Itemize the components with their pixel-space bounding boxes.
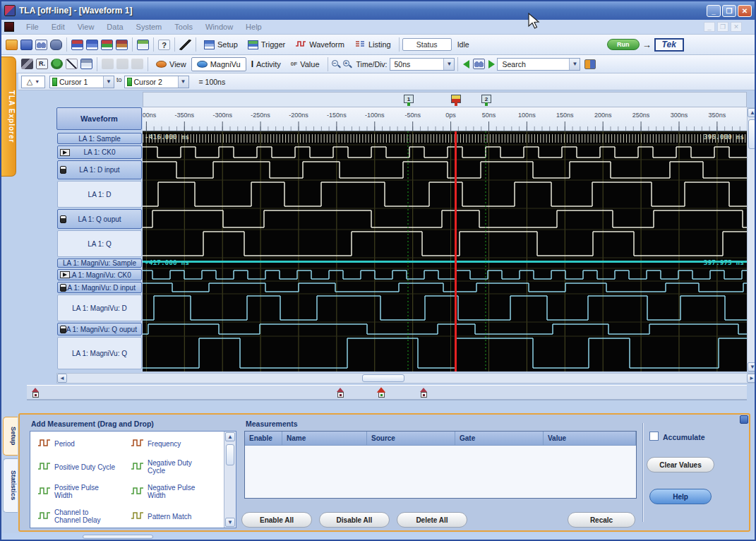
- angle-measure-icon[interactable]: [66, 59, 78, 69]
- search-combo[interactable]: Search ▼: [497, 58, 580, 71]
- menu-tools[interactable]: Tools: [168, 21, 199, 32]
- menu-system[interactable]: System: [130, 21, 169, 32]
- list-scroll-thumb[interactable]: [226, 444, 234, 465]
- split-view-icon[interactable]: [21, 59, 33, 69]
- document-icon[interactable]: [4, 22, 14, 32]
- new-system-icon[interactable]: [6, 40, 18, 50]
- measurement-item-positive-duty-cycle[interactable]: Positive Duty Cycle: [37, 459, 131, 475]
- minimize-button[interactable]: _: [707, 5, 721, 17]
- enable-all-button[interactable]: Enable All: [241, 512, 312, 528]
- list-scroll-up-icon[interactable]: ▲: [225, 432, 235, 441]
- menu-window[interactable]: Window: [199, 21, 239, 32]
- clear-values-button[interactable]: Clear Values: [647, 457, 714, 472]
- search-next-icon[interactable]: [488, 60, 495, 69]
- marker-flag-icon[interactable]: [31, 388, 40, 398]
- mdi-minimize-button[interactable]: _: [704, 22, 715, 32]
- mdi-restore-button[interactable]: ❐: [717, 22, 728, 32]
- scroll-up-icon[interactable]: ▲: [748, 108, 756, 117]
- value-button[interactable]: 0F Value: [286, 58, 325, 71]
- menu-help[interactable]: Help: [239, 21, 268, 32]
- waveform-window-icon[interactable]: [101, 40, 113, 50]
- horizontal-scrollbar[interactable]: ◄ ►: [56, 373, 756, 384]
- column-header-name[interactable]: Name: [282, 432, 367, 445]
- paste-icon[interactable]: [131, 59, 143, 69]
- listing-window-icon[interactable]: [116, 40, 128, 50]
- trigger-button[interactable]: Trigger: [243, 38, 290, 52]
- setup-window-icon[interactable]: [71, 40, 83, 50]
- tools-hammer-icon[interactable]: [179, 40, 191, 50]
- panel-pin-icon[interactable]: [740, 415, 748, 424]
- measurement-item-frequency[interactable]: Frequency: [131, 437, 224, 450]
- status-button[interactable]: Status: [402, 38, 452, 51]
- measurement-item-negative-duty-cycle[interactable]: Negative Duty Cycle: [131, 459, 224, 475]
- cursor-marker-1[interactable]: 1: [404, 95, 414, 103]
- listing-button[interactable]: Listing: [349, 37, 396, 52]
- scroll-right-icon[interactable]: ►: [747, 374, 756, 383]
- waveform-column-header[interactable]: Waveform: [56, 107, 142, 130]
- help-pointer-icon[interactable]: ?: [158, 40, 170, 50]
- new-datawindow-icon[interactable]: [137, 40, 149, 50]
- marker-flag-icon[interactable]: [336, 388, 344, 398]
- add-measurement-list[interactable]: PeriodFrequencyPositive Duty CycleNegati…: [30, 431, 236, 528]
- save-icon[interactable]: [20, 40, 32, 50]
- tla-explorer-tab[interactable]: TLA Explorer: [1, 57, 16, 177]
- list-scroll-down-icon[interactable]: ▼: [225, 518, 235, 527]
- tag-icon[interactable]: R.: [36, 59, 48, 69]
- accumulate-checkbox[interactable]: [649, 432, 659, 441]
- measurement-item-period[interactable]: Period: [37, 437, 131, 450]
- trigger-marker[interactable]: [451, 95, 461, 103]
- activity-button[interactable]: I Activity: [246, 57, 286, 71]
- measurement-item-pattern-match[interactable]: Pattern Match: [131, 509, 224, 524]
- vertical-scrollbar[interactable]: ▲ ▼: [747, 107, 756, 372]
- scroll-left-icon[interactable]: ◄: [57, 374, 67, 383]
- measurement-item-channel-to-channel-delay[interactable]: Channel to Channel Delay: [37, 509, 131, 524]
- recalc-button[interactable]: Recalc: [568, 512, 635, 528]
- column-header-value[interactable]: Value: [544, 432, 636, 445]
- go-icon[interactable]: [51, 59, 63, 69]
- list-scrollbar[interactable]: ▲ ▼: [224, 432, 236, 528]
- delete-all-button[interactable]: Delete All: [397, 512, 467, 528]
- wave-label-1[interactable]: LA 1: CK0: [57, 145, 142, 159]
- zoom-in-icon[interactable]: +: [342, 59, 354, 69]
- mdi-close-button[interactable]: ✕: [731, 22, 742, 32]
- disable-all-button[interactable]: Disable All: [319, 512, 390, 528]
- trigger-window-icon[interactable]: [86, 40, 98, 50]
- copy-icon[interactable]: [116, 59, 128, 69]
- search-binoculars-icon[interactable]: [473, 59, 485, 69]
- column-header-enable[interactable]: Enable: [245, 432, 282, 445]
- wave-label-8[interactable]: LA 1: MagniVu: D input: [57, 282, 142, 293]
- menu-data[interactable]: Data: [100, 21, 129, 32]
- measurements-table[interactable]: EnableNameSourceGateValue: [244, 431, 637, 499]
- tab-statistics[interactable]: Statistics: [3, 458, 18, 513]
- run-button[interactable]: Run: [607, 39, 640, 50]
- measurement-item-negative-pulse-width[interactable]: Negative Pulse Width: [131, 484, 224, 499]
- cursor-marker-2[interactable]: 2: [481, 95, 491, 103]
- restore-button[interactable]: ❐: [722, 5, 736, 17]
- search-options-icon[interactable]: [584, 59, 596, 69]
- wave-label-6[interactable]: LA 1: MagniVu: Sample: [57, 258, 142, 268]
- wave-label-9[interactable]: LA 1: MagniVu: D: [57, 295, 142, 321]
- timeline-marker-strip[interactable]: [27, 385, 747, 400]
- wave-label-4[interactable]: LA 1: Q ouput: [57, 209, 142, 229]
- cursor1-select[interactable]: Cursor 1 ▼: [49, 76, 114, 88]
- wave-label-7[interactable]: LA 1: MagniVu: CK0: [57, 269, 142, 280]
- waveform-canvas[interactable]: -416.000 ns396.000 ns-417.000 ns397.975 …: [143, 131, 747, 371]
- bottom-scroll-thumb[interactable]: [83, 535, 153, 539]
- tab-setup[interactable]: Setup: [3, 417, 18, 456]
- view-button[interactable]: View: [151, 58, 191, 71]
- waveform-button[interactable]: Waveform: [290, 37, 349, 52]
- horizontal-scroll-thumb[interactable]: [362, 374, 404, 382]
- scroll-down-icon[interactable]: ▼: [748, 362, 756, 371]
- menu-view[interactable]: View: [71, 21, 101, 32]
- time-ruler[interactable]: -400ns-350ns-300ns-250ns-200ns-150ns-100…: [143, 107, 747, 131]
- vertical-scroll-thumb[interactable]: [748, 119, 756, 149]
- properties-window-icon[interactable]: [80, 59, 92, 69]
- wave-label-11[interactable]: LA 1: MagniVu: Q: [57, 337, 142, 369]
- wave-label-10[interactable]: LA 1: MagniVu: Q ouput: [57, 323, 142, 335]
- close-button[interactable]: ✕: [738, 5, 752, 17]
- help-button[interactable]: Help: [649, 489, 712, 504]
- cursor2-select[interactable]: Cursor 2 ▼: [124, 76, 189, 88]
- trigger-flag-icon[interactable]: [377, 388, 385, 398]
- magnivu-button[interactable]: MagniVu: [191, 57, 246, 71]
- mouse-tool-icon[interactable]: [50, 40, 62, 50]
